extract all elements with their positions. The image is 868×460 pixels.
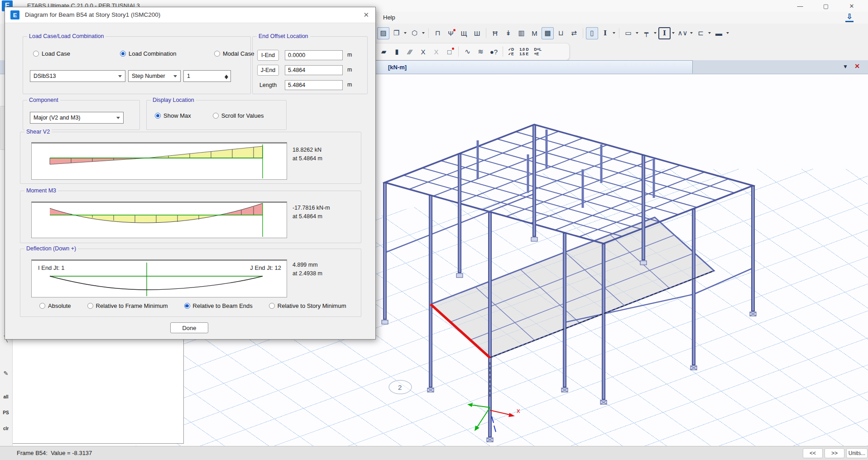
- draw-beam-object-icon-caret[interactable]: [404, 32, 407, 35]
- j-end-field[interactable]: [285, 65, 343, 75]
- component-select[interactable]: Major (V2 and M3): [30, 112, 124, 124]
- frame-properties-icon[interactable]: Ħ: [489, 27, 501, 39]
- minimize-button[interactable]: —: [791, 0, 809, 12]
- dialog-close-icon[interactable]: ✕: [363, 11, 369, 19]
- load-factor-icon[interactable]: 1.0 D1.5 E: [517, 46, 531, 58]
- ruler-icon[interactable]: ▯: [586, 27, 598, 39]
- step-type-select[interactable]: Step Number: [128, 70, 181, 82]
- brace-k-e-icon[interactable]: X: [417, 46, 429, 58]
- cable-profile-icon[interactable]: M: [528, 27, 541, 39]
- i-end-field[interactable]: [285, 50, 343, 60]
- slab-view-icon[interactable]: ▰: [378, 46, 390, 58]
- rect-section-icon-caret[interactable]: [636, 32, 638, 35]
- hatch-region-icon[interactable]: ▩: [542, 27, 554, 39]
- radio-show-max[interactable]: Show Max: [155, 112, 191, 119]
- wall-view-icon[interactable]: ▮: [391, 46, 403, 58]
- radio-load-combination[interactable]: Load Combination: [120, 50, 214, 57]
- load-combo-select[interactable]: DSlbS13: [30, 70, 125, 82]
- pencil-icon[interactable]: ✎: [0, 370, 11, 377]
- deflection-group-label: Deflection (Down +): [24, 245, 78, 252]
- radio-relative-to-frame-minimum[interactable]: Relative to Frame Minimum: [87, 302, 168, 309]
- tee-section-icon-caret[interactable]: [654, 32, 657, 35]
- deflection-diagram[interactable]: I End Jt: 1 J End Jt: 12: [31, 259, 287, 297]
- i-end-label[interactable]: I-End: [257, 50, 279, 61]
- truss-section-icon-caret[interactable]: [690, 32, 693, 35]
- rect-section-icon[interactable]: ▭: [622, 27, 634, 39]
- step-number-stepper[interactable]: 1: [183, 70, 231, 82]
- i-end-joint-label: I End Jt: 1: [38, 264, 65, 271]
- end-offset-row: I-Endm: [253, 50, 367, 61]
- download-icon[interactable]: ⇩: [845, 13, 854, 22]
- dialog-titlebar[interactable]: E Diagram for Beam B54 at Story Story1 (…: [5, 7, 375, 23]
- length-unit: m: [347, 81, 352, 88]
- snap-grid-icon[interactable]: ▨: [377, 27, 389, 39]
- i-section-icon[interactable]: I: [658, 27, 671, 39]
- move-points-icon[interactable]: ⇄: [568, 27, 580, 39]
- axes-triad-icon: x: [467, 403, 520, 432]
- rotate-joint-icon[interactable]: □: [443, 46, 456, 58]
- tab-close-icon[interactable]: ✕: [854, 62, 860, 70]
- radio-circle-icon: [269, 303, 275, 309]
- j-end-unit: m: [347, 67, 352, 73]
- prev-button[interactable]: <<: [803, 448, 823, 458]
- stepper-arrows-icon[interactable]: [223, 72, 230, 81]
- next-button[interactable]: >>: [825, 448, 844, 458]
- length-field[interactable]: [285, 80, 343, 90]
- diagonal-lines-icon[interactable]: ∕∕∕: [404, 46, 416, 58]
- toolbar-separator: [458, 47, 459, 57]
- truss-section-icon[interactable]: ∧∨: [676, 27, 689, 39]
- radio-scroll-for-values[interactable]: Scroll for Values: [213, 112, 264, 119]
- end-offset-row: J-Endm: [253, 65, 367, 76]
- radio-modal-case[interactable]: Modal Case: [214, 50, 254, 57]
- draw-floor-object-icon[interactable]: ⬡: [408, 27, 421, 39]
- brace-k-h2-icon[interactable]: X: [430, 46, 442, 58]
- j-end-label[interactable]: J-End: [257, 65, 279, 76]
- select-all-button[interactable]: all: [0, 394, 11, 399]
- deck-section-icon[interactable]: ▥: [515, 27, 528, 39]
- tee-section-icon[interactable]: ┯: [640, 27, 652, 39]
- tab-units-label: [kN-m]: [388, 64, 407, 71]
- radio-circle-icon: [184, 303, 190, 309]
- check-d-e-icon[interactable]: ✓D✓E: [506, 46, 516, 58]
- bar-section-icon-caret[interactable]: [726, 32, 729, 35]
- toolbar-separator: [486, 28, 486, 38]
- i-section-icon-caret[interactable]: [672, 32, 675, 35]
- moment-diagram[interactable]: [31, 201, 287, 238]
- bar-section-icon[interactable]: ▬: [713, 27, 725, 39]
- draw-beam-object-icon[interactable]: ❐: [390, 27, 403, 39]
- draw-link-icon[interactable]: Ψ: [445, 27, 457, 39]
- draw-frame-icon[interactable]: ⊓: [432, 27, 444, 39]
- maximize-button[interactable]: ▢: [817, 0, 835, 12]
- shear-diagram[interactable]: [31, 142, 287, 180]
- load-case-group-label: Load Case/Load Combination: [27, 33, 106, 39]
- time-history-icon[interactable]: ≋: [475, 46, 487, 58]
- deflection-group: Deflection (Down +) I End Jt: 1 J End Jt…: [20, 249, 361, 317]
- channel-section-icon-caret[interactable]: [708, 32, 711, 35]
- previous-selection-button[interactable]: PS: [0, 410, 11, 415]
- radio-load-case[interactable]: Load Case: [33, 50, 120, 57]
- load-case-group: Load Case/Load Combination Load CaseLoad…: [23, 36, 251, 94]
- channel-section-icon[interactable]: ⊏: [695, 27, 707, 39]
- assign-frame-load-icon[interactable]: Щ: [458, 27, 470, 39]
- close-button[interactable]: ✕: [843, 0, 861, 12]
- etabs-dialog-icon: E: [10, 10, 19, 19]
- point-load-icon[interactable]: ↡: [502, 27, 514, 39]
- clear-selection-button[interactable]: clr: [0, 426, 11, 431]
- pushover-icon[interactable]: ●?: [488, 46, 500, 58]
- menu-help[interactable]: Help: [383, 14, 395, 21]
- units-button[interactable]: Units...: [846, 448, 868, 458]
- dialog-title: Diagram for Beam B54 at Story Story1 (IS…: [25, 11, 160, 18]
- radio-relative-to-story-minimum[interactable]: Relative to Story Minimum: [269, 302, 346, 309]
- radio-relative-to-beam-ends[interactable]: Relative to Beam Ends: [184, 302, 253, 309]
- steel-ibeam-icon[interactable]: I: [599, 27, 611, 39]
- radio-circle-icon: [155, 113, 161, 119]
- assign-area-load-icon[interactable]: Ш: [471, 27, 483, 39]
- combo-d-l-e-icon[interactable]: D+L+E: [532, 46, 544, 58]
- tab-dropdown-icon[interactable]: ▼: [843, 63, 848, 70]
- steel-ibeam-icon-caret[interactable]: [613, 32, 615, 35]
- done-button[interactable]: Done: [170, 322, 208, 333]
- radio-absolute[interactable]: Absolute: [39, 302, 71, 309]
- response-curve-icon[interactable]: ∿: [461, 46, 474, 58]
- channel-saddle-icon[interactable]: ⊔: [555, 27, 567, 39]
- draw-floor-object-icon-caret[interactable]: [422, 32, 425, 35]
